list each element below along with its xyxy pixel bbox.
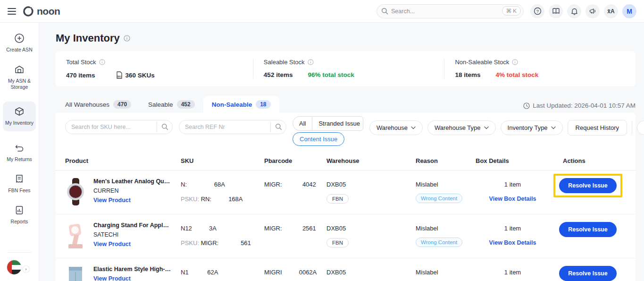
psku-value: PSKU: RN: 168A bbox=[181, 196, 264, 203]
notifications-bell-icon[interactable] bbox=[567, 4, 581, 18]
warehouse-value: DXB05 bbox=[326, 222, 416, 232]
info-icon bbox=[99, 59, 105, 65]
sidebar-item-create-asn[interactable]: Create ASN bbox=[3, 33, 36, 53]
warehouse-type-dropdown[interactable]: Warehouse Type bbox=[427, 120, 496, 135]
ref-search bbox=[179, 120, 286, 134]
non-saleable-items-value: 18 items bbox=[455, 71, 480, 78]
pbarcode-value: MIGR: 4042 bbox=[264, 178, 326, 188]
product-name: Charging Stand For Apple Wa... bbox=[93, 222, 171, 229]
keyboard-shortcut-badge: ⌘ K bbox=[502, 6, 521, 16]
help-icon[interactable]: ? bbox=[530, 4, 544, 18]
main-content: My Inventory Total Stock 470 items SKU 3… bbox=[39, 23, 644, 281]
sku-value: N1 62A bbox=[181, 266, 264, 276]
sidebar-divider bbox=[7, 252, 32, 253]
product-brand: SATECHI bbox=[93, 231, 171, 238]
cube-icon bbox=[14, 106, 25, 117]
sidebar-item-fbn-fees[interactable]: FBN Fees bbox=[3, 174, 36, 194]
product-brand: CURREN bbox=[93, 187, 171, 194]
highlight-box: Resolve Issue bbox=[553, 174, 622, 197]
view-box-details-link[interactable]: View Box Details bbox=[489, 239, 536, 246]
sidebar-item-my-inventory[interactable]: My Inventory bbox=[3, 102, 36, 131]
info-icon bbox=[124, 35, 130, 42]
table-header: Product SKU Pbarcode Warehouse Reason Bo… bbox=[56, 151, 636, 170]
stat-non-saleable-stock: Non-Saleable Stock 18 items 4% total sto… bbox=[444, 59, 636, 79]
language-translate-icon[interactable]: x̄A bbox=[604, 4, 618, 18]
tab-count-badge: 470 bbox=[113, 100, 131, 109]
vertical-divider bbox=[632, 121, 632, 135]
product-name: Men's Leather Analog Quartz ... bbox=[93, 178, 171, 185]
box-qty: 1 item bbox=[476, 222, 550, 232]
resolve-issue-button[interactable]: Resolve Issue bbox=[559, 178, 616, 193]
saleable-items-value: 452 items bbox=[264, 71, 293, 78]
page-title: My Inventory bbox=[56, 32, 120, 44]
non-saleable-percent: 4% total stock bbox=[495, 71, 538, 78]
hamburger-menu-icon[interactable] bbox=[8, 8, 16, 15]
view-box-details-link[interactable]: View Box Details bbox=[489, 196, 536, 202]
report-icon bbox=[14, 205, 25, 215]
col-sku: SKU bbox=[181, 157, 264, 164]
tab-non-saleable[interactable]: Non-Saleable 18 bbox=[203, 96, 279, 113]
resolve-issue-button[interactable]: Resolve Issue bbox=[559, 266, 616, 281]
chevron-right-icon[interactable]: › bbox=[23, 266, 29, 272]
inventory-card: All Stranded Issue Content Issue Warehou… bbox=[56, 113, 636, 281]
export-button[interactable]: Export bbox=[637, 120, 644, 135]
announcements-megaphone-icon[interactable] bbox=[585, 4, 600, 18]
search-icon[interactable] bbox=[157, 122, 168, 132]
col-warehouse: Warehouse bbox=[326, 157, 416, 164]
search-icon bbox=[381, 8, 388, 15]
sku-file-icon: SKU bbox=[116, 71, 123, 79]
table-row: Charging Stand For Apple Wa... SATECHI V… bbox=[56, 214, 636, 258]
top-bar: noon ⌘ K ? x̄A M bbox=[0, 0, 644, 23]
svg-text:SKU: SKU bbox=[117, 76, 122, 78]
stat-total-stock: Total Stock 470 items SKU 360 SKUs bbox=[56, 59, 253, 79]
sku-value: N: 68A bbox=[181, 178, 264, 188]
psku-value: PSKU: MIGR: 561 bbox=[181, 239, 264, 247]
view-product-link[interactable]: View Product bbox=[93, 275, 171, 281]
country-flag-uae[interactable] bbox=[7, 260, 21, 274]
col-pbarcode: Pbarcode bbox=[264, 157, 326, 164]
total-skus-value: 360 SKUs bbox=[125, 72, 155, 79]
search-icon[interactable] bbox=[270, 122, 282, 132]
chip-content-issue[interactable]: Content Issue bbox=[293, 132, 344, 146]
total-items-value: 470 items bbox=[66, 72, 95, 79]
sidebar-item-my-asn-storage[interactable]: My ASN & Storage bbox=[3, 64, 36, 90]
pbarcode-value: MIGRI 0062A bbox=[264, 266, 326, 276]
chevron-down-icon bbox=[411, 126, 416, 129]
filters-bar: All Stranded Issue Content Issue Warehou… bbox=[56, 113, 636, 151]
sidebar-item-reports[interactable]: Reports bbox=[3, 205, 36, 225]
table-row: Men's Leather Analog Quartz ... CURREN V… bbox=[56, 170, 636, 214]
col-box-details: Box Details bbox=[476, 157, 550, 164]
guide-book-icon[interactable] bbox=[549, 4, 563, 18]
view-product-link[interactable]: View Product bbox=[93, 241, 171, 247]
noon-logo-text: noon bbox=[37, 6, 60, 17]
chip-all[interactable]: All bbox=[293, 117, 312, 130]
resolve-issue-button[interactable]: Resolve Issue bbox=[559, 222, 616, 237]
tab-count-badge: 18 bbox=[256, 100, 270, 109]
chevron-down-icon bbox=[484, 126, 489, 129]
jeans-thumbnail bbox=[65, 266, 86, 281]
fbn-badge: FBN bbox=[326, 238, 349, 247]
sku-value: N12 3A bbox=[181, 222, 264, 232]
tab-saleable[interactable]: Saleable 452 bbox=[140, 96, 203, 113]
last-updated: Last Updated: 2026-04-01 10:57 AM bbox=[523, 102, 636, 113]
reason-value: Mislabel bbox=[416, 266, 476, 276]
sidebar-item-my-returns[interactable]: My Returns bbox=[3, 143, 36, 162]
info-icon bbox=[512, 59, 518, 65]
user-avatar[interactable]: M bbox=[622, 4, 636, 18]
view-product-link[interactable]: View Product bbox=[93, 197, 171, 204]
request-history-button[interactable]: Request History bbox=[568, 120, 627, 136]
chip-stranded-issue[interactable]: Stranded Issue bbox=[312, 117, 363, 130]
inventory-type-dropdown[interactable]: Inventory Type bbox=[501, 120, 563, 135]
svg-text:?: ? bbox=[536, 9, 538, 14]
warehouse-tabs: All Warehouses 470 Saleable 452 Non-Sale… bbox=[56, 96, 636, 113]
sidebar: Create ASN My ASN & Storage My Inventory… bbox=[0, 23, 39, 281]
box-qty: 1 item bbox=[476, 266, 550, 276]
warehouse-value: DXB05 bbox=[326, 266, 416, 276]
issue-filter-chips: All Stranded Issue Content Issue bbox=[293, 116, 363, 146]
stat-saleable-stock: Saleable Stock 452 items 96% total stock bbox=[253, 59, 444, 79]
return-arrow-icon bbox=[14, 143, 25, 153]
warehouse-dropdown[interactable]: Warehouse bbox=[369, 120, 423, 135]
wrong-content-badge: Wrong Content bbox=[416, 194, 462, 203]
receipt-icon bbox=[14, 174, 25, 184]
tab-all-warehouses[interactable]: All Warehouses 470 bbox=[57, 96, 140, 113]
